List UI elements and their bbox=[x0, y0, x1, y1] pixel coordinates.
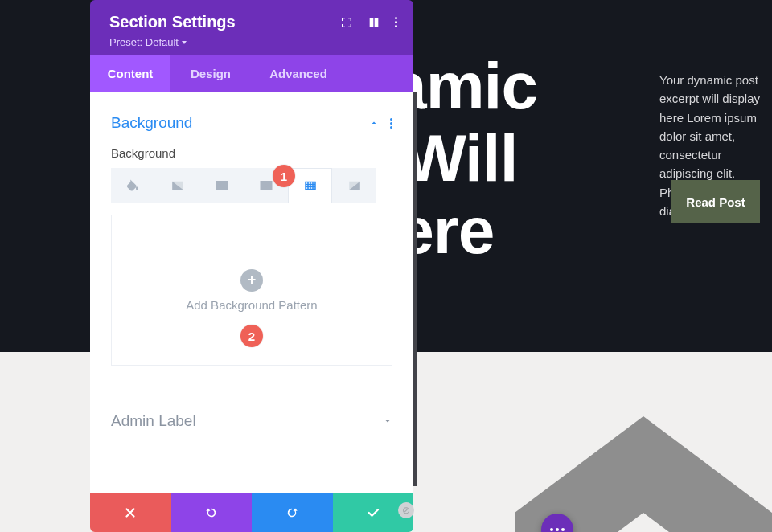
panel-header: Section Settings Preset: Default bbox=[90, 0, 413, 55]
cancel-button[interactable] bbox=[90, 493, 171, 532]
preset-dropdown[interactable]: Preset: Default bbox=[109, 36, 187, 48]
panel-footer bbox=[90, 493, 413, 532]
admin-label-title: Admin Label bbox=[111, 412, 196, 430]
bg-tab-image[interactable] bbox=[199, 168, 244, 203]
undo-button[interactable] bbox=[171, 493, 253, 532]
help-ghost-icon[interactable]: ⊘ bbox=[398, 502, 414, 518]
background-type-tabs bbox=[111, 168, 392, 203]
settings-tabs: Content Design Advanced bbox=[90, 55, 413, 92]
panel-body: Background Background bbox=[90, 92, 413, 493]
section-kebab-icon[interactable] bbox=[390, 118, 392, 129]
tab-content[interactable]: Content bbox=[90, 55, 170, 92]
decorative-chevron-icon bbox=[482, 384, 772, 532]
settings-panel: Section Settings Preset: Default Content… bbox=[90, 0, 413, 532]
close-icon bbox=[123, 505, 138, 520]
kebab-menu-icon[interactable] bbox=[395, 17, 397, 27]
callout-badge-1: 1 bbox=[273, 165, 295, 187]
bg-tab-color[interactable] bbox=[111, 168, 155, 203]
columns-icon[interactable] bbox=[368, 16, 380, 29]
expand-icon[interactable] bbox=[340, 16, 353, 29]
redo-icon bbox=[285, 505, 299, 520]
admin-label-section-header[interactable]: Admin Label bbox=[111, 412, 392, 448]
preset-label: Preset: Default bbox=[109, 36, 179, 48]
bg-tab-mask[interactable] bbox=[332, 168, 376, 203]
svg-point-1 bbox=[219, 184, 220, 186]
panel-title: Section Settings bbox=[109, 13, 236, 31]
tab-advanced[interactable]: Advanced bbox=[251, 55, 346, 92]
read-post-button[interactable]: Read Post bbox=[671, 180, 760, 223]
chevron-down-icon bbox=[383, 416, 392, 426]
redo-button[interactable] bbox=[252, 493, 333, 532]
plus-icon: + bbox=[240, 269, 263, 292]
check-icon bbox=[366, 505, 380, 520]
undo-icon bbox=[204, 505, 219, 520]
tab-design[interactable]: Design bbox=[170, 55, 251, 92]
chevron-up-icon[interactable] bbox=[369, 118, 379, 128]
background-field-label: Background bbox=[111, 146, 392, 160]
caret-down-icon bbox=[182, 41, 187, 44]
bg-tab-gradient[interactable] bbox=[155, 168, 199, 203]
background-section-header[interactable]: Background bbox=[111, 114, 392, 132]
add-pattern-label: Add Background Pattern bbox=[186, 298, 317, 312]
background-section-title: Background bbox=[111, 114, 192, 132]
callout-badge-2: 2 bbox=[240, 325, 263, 347]
panel-header-actions bbox=[340, 16, 397, 29]
